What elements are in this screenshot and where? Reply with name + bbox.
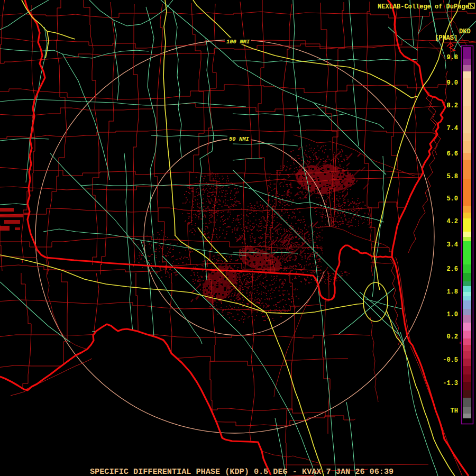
svg-text:5.0: 5.0: [446, 195, 458, 203]
svg-text:100 NMI: 100 NMI: [226, 39, 250, 45]
svg-text:5.8: 5.8: [446, 173, 458, 180]
svg-text:NEXLAB-College of DuPage: NEXLAB-College of DuPage: [378, 3, 469, 11]
svg-text:[PHAS]: [PHAS]: [435, 34, 457, 42]
svg-text:9.8: 9.8: [446, 54, 458, 61]
svg-text:2.6: 2.6: [446, 266, 458, 273]
svg-text:-0.5: -0.5: [443, 356, 458, 364]
svg-text:1.8: 1.8: [446, 288, 458, 296]
svg-text:-1.3: -1.3: [443, 380, 458, 387]
svg-text:1.0: 1.0: [446, 311, 458, 318]
svg-text:6.6: 6.6: [446, 150, 458, 158]
svg-text:4.2: 4.2: [446, 218, 458, 225]
svg-text:SPECIFIC DIFFERENTIAL PHASE (K: SPECIFIC DIFFERENTIAL PHASE (KDP) 0.5 DE…: [90, 467, 393, 476]
svg-text:8.2: 8.2: [446, 102, 458, 109]
svg-text:3.4: 3.4: [446, 241, 458, 249]
svg-text:9.0: 9.0: [446, 79, 458, 87]
svg-text:TH: TH: [451, 407, 458, 415]
svg-text:0.2: 0.2: [446, 333, 458, 341]
svg-text:50 NMI: 50 NMI: [229, 136, 250, 142]
svg-text:7.4: 7.4: [446, 125, 458, 132]
svg-text:DKD: DKD: [459, 28, 471, 35]
